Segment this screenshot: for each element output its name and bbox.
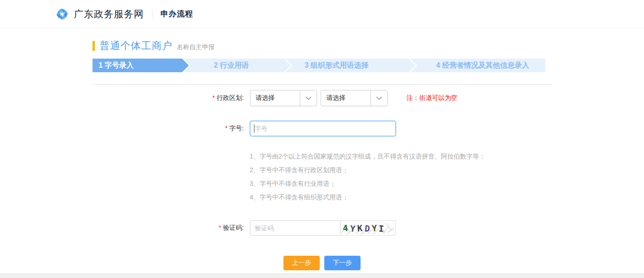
captcha-char: D bbox=[364, 223, 370, 233]
street-optional-note: 注：街道可以为空 bbox=[407, 94, 458, 102]
chevron-down-icon[interactable] bbox=[371, 90, 387, 106]
title-accent-bar bbox=[93, 41, 95, 51]
name-rule-3: 3、字号中不得含有行业用语； bbox=[250, 179, 552, 188]
footer-strip bbox=[0, 273, 644, 278]
section-divider bbox=[93, 84, 552, 84]
region-row: *行政区划: 请选择 请选择 注：街道可以为空 bbox=[93, 90, 552, 106]
captcha-row: *验证码: 4 Y bbox=[93, 220, 552, 236]
name-rule-2: 2、字号中不得含有行政区划用语； bbox=[250, 165, 552, 174]
main-content: 普通个体工商户 名称自主申报 1 字号录入 2 行业用语 3 组织形式用语选择 … bbox=[93, 40, 552, 270]
business-name-label: *字号: bbox=[93, 124, 250, 133]
header-section-title: 申办流程 bbox=[161, 9, 193, 19]
page-title-row: 普通个体工商户 名称自主申报 bbox=[93, 40, 552, 52]
step-wizard: 1 字号录入 2 行业用语 3 组织形式用语选择 4 经营者情况及其他信息录入 bbox=[93, 59, 552, 72]
required-mark: * bbox=[212, 94, 215, 101]
business-name-input[interactable] bbox=[250, 121, 396, 136]
captcha-char: Y bbox=[350, 223, 356, 234]
captcha-input[interactable] bbox=[250, 220, 341, 236]
district-select-value: 请选择 bbox=[250, 94, 300, 102]
captcha-char: Y bbox=[371, 223, 377, 233]
business-name-row: *字号: bbox=[93, 121, 552, 136]
previous-step-button[interactable]: 上一步 bbox=[283, 256, 320, 270]
name-rule-4: 4、字号中不得含有组织形式用语； bbox=[250, 193, 552, 202]
region-label: *行政区划: bbox=[93, 94, 250, 102]
name-rules-list: 1、字号由2个以上符合国家规范的汉字组成，且不得含有汉语拼音、阿拉伯数字等； 2… bbox=[250, 152, 552, 202]
district-select[interactable]: 请选择 bbox=[250, 90, 317, 106]
text-caret bbox=[254, 124, 254, 133]
page-subtitle: 名称自主申报 bbox=[177, 43, 215, 51]
step-2-industry-term[interactable]: 2 行业用语 bbox=[184, 59, 291, 72]
street-select-value: 请选择 bbox=[321, 94, 371, 102]
step-4-operator-info[interactable]: 4 经营者情况及其他信息录入 bbox=[410, 59, 546, 72]
action-buttons: 上一步 下一步 bbox=[93, 256, 552, 270]
gdzwfw-logo-icon bbox=[55, 7, 69, 21]
header: 广东政务服务网 申办流程 bbox=[0, 0, 644, 28]
required-mark: * bbox=[219, 224, 221, 231]
step-3-org-form-term[interactable]: 3 组织形式用语选择 bbox=[286, 59, 416, 72]
captcha-char: K bbox=[357, 223, 363, 233]
step-1-name-entry[interactable]: 1 字号录入 bbox=[93, 59, 189, 72]
site-title: 广东政务服务网 bbox=[74, 8, 144, 20]
captcha-label: *验证码: bbox=[93, 224, 250, 232]
page-title: 普通个体工商户 bbox=[100, 39, 173, 53]
captcha-image[interactable]: 4 Y K D Y I bbox=[341, 220, 396, 236]
header-divider bbox=[152, 9, 152, 19]
street-select[interactable]: 请选择 bbox=[321, 90, 388, 106]
chevron-down-icon[interactable] bbox=[300, 90, 317, 106]
name-rule-1: 1、字号由2个以上符合国家规范的汉字组成，且不得含有汉语拼音、阿拉伯数字等； bbox=[250, 152, 552, 161]
captcha-char: 4 bbox=[342, 223, 348, 233]
required-mark: * bbox=[225, 124, 227, 132]
business-name-input-wrap bbox=[250, 121, 396, 136]
captcha-char: I bbox=[378, 223, 384, 234]
next-step-button[interactable]: 下一步 bbox=[324, 256, 361, 270]
